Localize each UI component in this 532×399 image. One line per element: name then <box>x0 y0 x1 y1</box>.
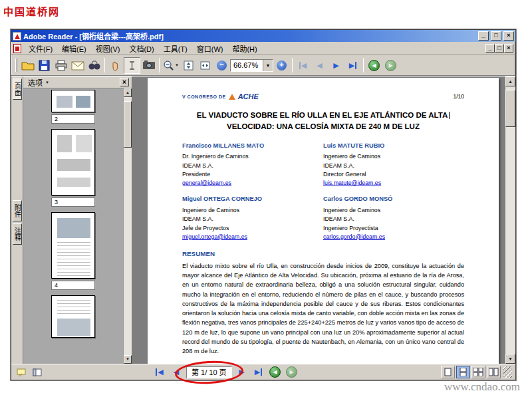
previous-view-button[interactable]: ◀ <box>269 366 282 378</box>
page-thumbnail[interactable] <box>51 295 95 338</box>
dynamic-zoom-button[interactable] <box>180 57 197 74</box>
continuous-layout-button[interactable] <box>456 366 470 378</box>
email-link[interactable]: carlos.gordo@ideam.es <box>323 233 385 240</box>
last-page-button[interactable]: ▶ <box>252 366 265 378</box>
doc-close-button[interactable]: × <box>504 44 513 53</box>
page-thumbnail[interactable]: 4 <box>51 212 95 295</box>
doc-minimize-button[interactable]: _ <box>485 44 495 53</box>
previous-page-icon: ◀ <box>317 62 322 69</box>
next-page-button[interactable]: ▶ <box>235 366 249 378</box>
zoom-in-button[interactable]: + <box>273 57 290 74</box>
chevron-down-icon[interactable]: ▼ <box>263 60 273 71</box>
hand-icon <box>110 60 121 71</box>
snapshot-tool-button[interactable] <box>140 57 157 74</box>
page-number-field[interactable]: 第 1/ 10 页 <box>186 366 232 378</box>
continuous-facing-layout-button[interactable] <box>471 366 485 378</box>
toolbar: ▼ − 66.67% ▼ + ◀ ◀ ▶ ▶ ◀ <box>11 55 515 76</box>
author-position: Ingeniero Proyectista <box>323 224 464 233</box>
fit-width-button[interactable] <box>197 57 213 74</box>
zoom-tool-button[interactable]: ▼ <box>162 57 180 74</box>
abstract-text: El viaducto mixto sobre el río Ulla, en … <box>182 261 464 356</box>
continuous-facing-icon <box>473 368 483 376</box>
email-link[interactable]: general@ideam.es <box>182 180 231 186</box>
comments-button[interactable] <box>15 366 28 378</box>
author-name: Carlos GORDO MONSÓ <box>323 195 464 204</box>
zoom-level-combobox[interactable]: 66.67% ▼ <box>230 59 273 72</box>
tab-pages[interactable]: 页面 <box>13 78 22 100</box>
tab-comments[interactable]: 注释 <box>13 223 22 245</box>
facing-layout-button[interactable] <box>487 366 501 378</box>
save-button[interactable] <box>36 57 53 74</box>
menu-help[interactable]: 帮助(H) <box>227 42 261 55</box>
thumbnails-scroll-thumb[interactable] <box>124 101 132 148</box>
document-area[interactable]: V CONGRESO DE ACHE 1/10 EL VIADUCTO SOBR… <box>132 76 505 364</box>
thumbnail-preview[interactable] <box>51 90 95 112</box>
menu-file[interactable]: 文件(F) <box>24 42 57 55</box>
page-navigation-cluster: ◀ ◀ 第 1/ 10 页 ▶ ▶ ◀ ▶ <box>153 366 299 378</box>
page-thumbnail[interactable]: 3 <box>51 129 95 212</box>
thumbnail-label[interactable]: 2 <box>51 114 95 124</box>
first-page-button[interactable]: ◀ <box>295 57 311 74</box>
titlebar[interactable]: Adobe Reader - [钢桁组合梁---高架桥.pdf] _ □ × <box>11 30 515 42</box>
previous-page-button[interactable]: ◀ <box>170 366 183 378</box>
text-select-icon <box>127 61 137 70</box>
thumbnail-preview[interactable] <box>51 295 95 338</box>
thumbnail-preview[interactable] <box>51 212 95 279</box>
scroll-up-icon[interactable]: ▲ <box>124 88 132 97</box>
zoom-out-button[interactable]: − <box>213 57 230 74</box>
next-view-button[interactable]: ▶ <box>382 57 399 74</box>
maximize-button[interactable]: □ <box>491 31 501 41</box>
window-title: Adobe Reader - [钢桁组合梁---高架桥.pdf] <box>23 31 476 41</box>
document-scroll-thumb[interactable] <box>505 90 515 127</box>
panel-options-label: 选项 <box>28 77 43 88</box>
congress-label: V CONGRESO DE <box>182 94 226 99</box>
next-view-button[interactable]: ▶ <box>285 366 299 378</box>
panel-close-button[interactable]: × <box>120 78 129 86</box>
menu-tools[interactable]: 工具(T) <box>159 42 192 55</box>
menu-view[interactable]: 视图(V) <box>91 42 125 55</box>
close-button[interactable]: × <box>503 31 514 41</box>
author-block: Miguel ORTEGA CORNEJO Ingeniero de Camin… <box>182 195 323 241</box>
pdf-document-icon[interactable] <box>13 44 21 53</box>
scroll-up-icon[interactable]: ▲ <box>505 76 515 86</box>
document-scrollbar[interactable]: ▲ ▼ <box>505 76 515 364</box>
select-tool-button[interactable] <box>124 57 140 74</box>
chevron-down-icon[interactable]: ▼ <box>175 63 179 67</box>
single-page-icon <box>444 368 452 376</box>
adobe-reader-window: Adobe Reader - [钢桁组合梁---高架桥.pdf] _ □ × 文… <box>11 29 516 380</box>
hand-tool-button[interactable] <box>107 57 124 74</box>
email-link[interactable]: luis.matute@ideam.es <box>323 180 381 186</box>
last-page-button[interactable]: ▶ <box>344 57 361 74</box>
email-button[interactable] <box>69 57 86 74</box>
scroll-down-icon[interactable]: ▼ <box>124 355 132 364</box>
first-page-button[interactable]: ◀ <box>153 366 166 378</box>
toolbar-gripper[interactable] <box>15 59 17 72</box>
thumbnails-scrollbar[interactable]: ▲ ▼ <box>123 88 132 364</box>
paper-title-line2: VELOCIDAD: UNA CELOSÍA MIXTA DE 240 M DE… <box>182 121 464 132</box>
resize-grip[interactable] <box>503 366 512 378</box>
previous-view-button[interactable]: ◀ <box>366 57 382 74</box>
menu-window[interactable]: 窗口(W) <box>192 42 228 55</box>
thumbnail-preview[interactable] <box>51 129 95 196</box>
menu-edit[interactable]: 编辑(E) <box>57 42 91 55</box>
scroll-down-icon[interactable]: ▼ <box>505 354 515 364</box>
thumbnail-label[interactable]: 3 <box>51 198 95 207</box>
menu-document[interactable]: 文档(D) <box>124 42 158 55</box>
previous-page-button[interactable]: ◀ <box>311 57 328 74</box>
panel-options-button[interactable]: 选项 ▼ <box>26 76 51 88</box>
thumbnail-label[interactable]: 4 <box>51 281 95 290</box>
minimize-button[interactable]: _ <box>478 31 489 41</box>
navigation-pane-button[interactable] <box>31 366 44 378</box>
page-thumbnail[interactable]: 2 <box>51 90 95 129</box>
print-button[interactable] <box>53 57 69 74</box>
tab-attachments[interactable]: 附件 <box>13 200 22 221</box>
email-link[interactable]: miguel.ortega@ideam.es <box>182 233 247 240</box>
single-page-layout-button[interactable] <box>441 366 455 378</box>
doc-restore-button[interactable]: □ <box>495 44 504 53</box>
open-button[interactable] <box>19 57 36 74</box>
document-scroll-track[interactable] <box>505 86 515 354</box>
printer-icon <box>55 60 68 71</box>
thumbnails-scroll-track[interactable] <box>124 97 132 355</box>
search-button[interactable] <box>86 57 102 74</box>
next-page-button[interactable]: ▶ <box>328 57 344 74</box>
